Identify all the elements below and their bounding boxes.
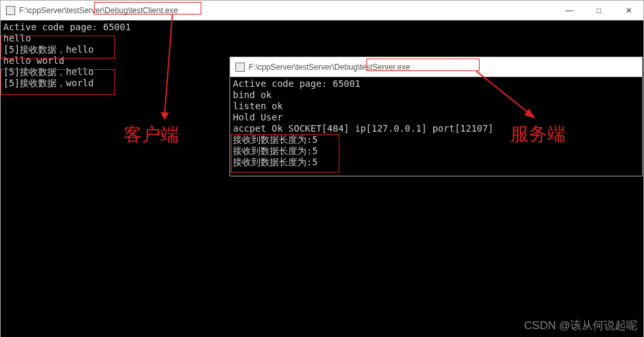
server-titlebar[interactable]: F:\cppServer\testServer\Debug\testServer… (230, 57, 642, 77)
console-line: Active code page: 65001 (233, 78, 360, 89)
console-line: listen ok (233, 101, 283, 111)
console-line: [5]接收数据，hello (3, 44, 93, 55)
server-title: F:\cppServer\testServer\Debug\testServer… (249, 63, 410, 72)
app-icon (235, 63, 245, 72)
console-line: hello world (3, 55, 64, 66)
console-line: Hold User (233, 112, 283, 122)
console-line: [5]接收数据，hello (3, 66, 93, 77)
console-line: 接收到数据长度为:5 (233, 134, 318, 145)
console-line: 接收到数据长度为:5 (233, 157, 318, 167)
console-line: accpet Ok SOCKET[484] ip[127.0.0.1] port… (233, 123, 493, 134)
console-line: Active code page: 65001 (3, 22, 131, 32)
minimize-button[interactable]: — (555, 1, 584, 20)
server-console[interactable]: Active code page: 65001 bind ok listen o… (230, 77, 642, 176)
console-line: bind ok (233, 90, 272, 100)
maximize-button[interactable]: □ (584, 1, 614, 20)
client-title: F:\cppServer\testServer\Debug\testClient… (19, 6, 178, 15)
app-icon (6, 6, 15, 15)
window-buttons: — □ ✕ (555, 1, 643, 20)
client-titlebar[interactable]: F:\cppServer\testServer\Debug\testClient… (1, 1, 643, 20)
server-window: F:\cppServer\testServer\Debug\testServer… (230, 57, 643, 176)
console-line: hello (3, 33, 31, 43)
console-line: 接收到数据长度为:5 (233, 145, 318, 156)
close-button[interactable]: ✕ (614, 1, 643, 20)
console-line: [5]接收数据，world (3, 78, 93, 88)
